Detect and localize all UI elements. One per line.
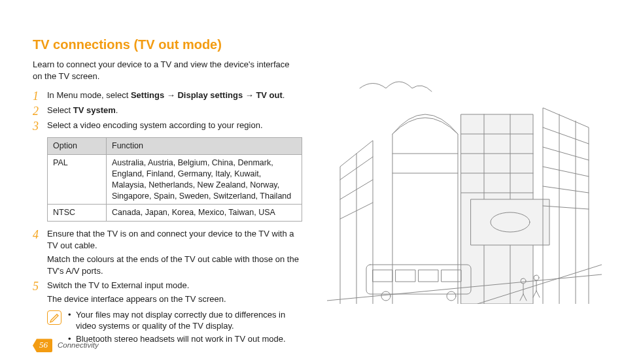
text: The device interface appears on the TV s… — [47, 293, 301, 305]
intro-text: Learn to connect your device to a TV and… — [33, 59, 294, 82]
table-cell: Australia, Austria, Belgium, China, Denm… — [107, 154, 302, 205]
step-body: Ensure that the TV is on and connect you… — [47, 228, 301, 276]
step-number: 5 — [33, 280, 47, 292]
svg-line-18 — [543, 186, 589, 193]
step-3: 3 Select a video encoding system accordi… — [33, 120, 301, 132]
text: Match the colours at the ends of the TV … — [47, 254, 301, 276]
bold: TV out — [256, 90, 282, 100]
step-number: 2 — [33, 105, 47, 117]
table-cell: PAL — [48, 154, 107, 205]
step-body: Select a video encoding system according… — [47, 120, 301, 131]
step-1: 1 In Menu mode, select Settings → Displa… — [33, 90, 301, 102]
step-body: Select TV system. — [47, 105, 301, 116]
step-body: In Menu mode, select Settings → Display … — [47, 90, 301, 101]
svg-line-16 — [543, 147, 589, 160]
section-label: Connectivity — [58, 340, 99, 351]
text: Switch the TV to External input mode. — [47, 280, 301, 291]
text: . — [283, 90, 285, 100]
step-2: 2 Select TV system. — [33, 105, 301, 117]
svg-rect-25 — [419, 270, 438, 282]
page-number: 56 — [33, 339, 52, 352]
svg-point-28 — [447, 291, 456, 301]
illustration-column — [327, 36, 602, 346]
svg-point-27 — [381, 291, 390, 301]
svg-rect-13 — [471, 199, 549, 245]
text: . — [116, 105, 118, 115]
table-header-option: Option — [48, 138, 107, 155]
page-footer: 56 Connectivity — [33, 339, 99, 352]
page-title: TV connections (TV out mode) — [33, 36, 301, 54]
bold: Settings — [131, 90, 164, 100]
svg-point-35 — [534, 275, 539, 280]
svg-rect-23 — [373, 270, 392, 282]
step-body: Switch the TV to External input mode. Th… — [47, 280, 301, 305]
note-text: Bluetooth stereo headsets will not work … — [76, 333, 301, 345]
step-4: 4 Ensure that the TV is on and connect y… — [33, 228, 301, 276]
arrow: → — [243, 90, 256, 100]
table-header-function: Function — [107, 138, 302, 155]
text: In Menu mode, select — [47, 90, 131, 100]
note-list: •Your files may not display correctly du… — [68, 309, 301, 346]
arrow: → — [164, 90, 177, 100]
svg-rect-24 — [396, 270, 415, 282]
bullet-dot: • — [68, 309, 76, 332]
bold: Display settings — [177, 90, 243, 100]
step-number: 4 — [33, 228, 47, 240]
table-cell: Canada, Japan, Korea, Mexico, Taiwan, US… — [107, 205, 302, 222]
options-table: Option Function PAL Australia, Austria, … — [47, 137, 302, 222]
step-5: 5 Switch the TV to External input mode. … — [33, 280, 301, 305]
text: Select — [47, 105, 73, 115]
step-number: 1 — [33, 90, 47, 102]
content-column: TV connections (TV out mode) Learn to co… — [33, 36, 301, 346]
text: Ensure that the TV is on and connect you… — [47, 228, 301, 251]
note-icon — [47, 310, 61, 325]
svg-line-15 — [543, 127, 589, 144]
step-number: 3 — [33, 120, 47, 132]
svg-line-17 — [543, 167, 589, 176]
bold: TV system — [73, 105, 116, 115]
svg-line-37 — [533, 291, 536, 297]
cityscape-illustration — [327, 69, 602, 304]
table-cell: NTSC — [48, 205, 107, 222]
note-text: Your files may not display correctly due… — [76, 309, 301, 332]
svg-line-38 — [536, 291, 540, 297]
